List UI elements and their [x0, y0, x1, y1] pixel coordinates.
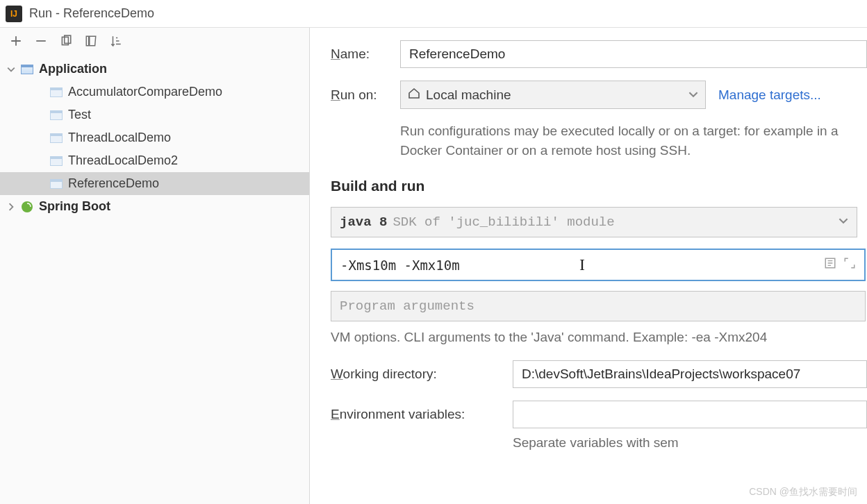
- sort-button[interactable]: [108, 33, 124, 49]
- manage-targets-link[interactable]: Manage targets...: [718, 87, 821, 103]
- run-on-row: Run on: Local machine Manage targets...: [331, 81, 867, 109]
- home-icon: [408, 87, 420, 103]
- env-input[interactable]: [513, 401, 867, 428]
- vm-options-field[interactable]: I: [331, 249, 866, 281]
- tree-item-label: Test: [68, 108, 91, 122]
- chevron-right-icon: [7, 203, 17, 211]
- sdk-name: java 8: [340, 215, 387, 230]
- tree-item[interactable]: ThreadLocalDemo: [0, 126, 309, 149]
- working-dir-input[interactable]: [513, 360, 867, 388]
- tree-category-spring-boot[interactable]: Spring Boot: [0, 195, 309, 218]
- run-on-label: Run on:: [331, 87, 400, 103]
- working-dir-row: Working directory:: [331, 360, 867, 388]
- vm-options-hint: VM options. CLI arguments to the 'Java' …: [331, 330, 867, 345]
- app-icon: IJ: [6, 6, 22, 22]
- text-cursor-icon: I: [579, 255, 585, 274]
- category-label: Application: [39, 62, 107, 76]
- tree-category-application[interactable]: Application: [0, 58, 309, 81]
- tree-item-label: ThreadLocalDemo: [68, 131, 171, 145]
- name-input[interactable]: [400, 40, 867, 68]
- run-config-icon: [50, 133, 63, 143]
- application-icon: [21, 65, 33, 74]
- title-bar: IJ Run - ReferenceDemo: [0, 0, 867, 28]
- spring-boot-icon: [21, 201, 33, 213]
- program-arguments-input[interactable]: Program arguments: [331, 291, 866, 321]
- window-title: Run - ReferenceDemo: [29, 6, 154, 21]
- chevron-down-icon: [7, 65, 17, 74]
- chevron-down-icon: [839, 215, 848, 230]
- category-label: Spring Boot: [39, 199, 110, 214]
- run-config-icon: [50, 87, 63, 97]
- tree-item-label: ReferenceDemo: [68, 176, 159, 191]
- tree-item[interactable]: AccumulatorCompareDemo: [0, 81, 309, 103]
- run-config-icon: [50, 110, 63, 120]
- vm-options-input[interactable]: [340, 258, 575, 273]
- save-button[interactable]: [83, 33, 99, 49]
- run-on-value: Local machine: [426, 87, 511, 103]
- tree-item[interactable]: ThreadLocalDemo2: [0, 149, 309, 172]
- content-panel: Name: Run on: Local machine Manage targe…: [310, 28, 867, 504]
- run-config-icon: [50, 156, 63, 166]
- tree-item-label: ThreadLocalDemo2: [68, 153, 178, 168]
- sdk-module-hint: SDK of 'juc_bilibili' module: [393, 215, 614, 230]
- build-run-title: Build and run: [331, 178, 867, 194]
- sidebar: Application AccumulatorCompareDemo Test …: [0, 28, 310, 504]
- run-config-icon: [50, 179, 63, 189]
- tree-item-label: AccumulatorCompareDemo: [68, 85, 222, 99]
- add-button[interactable]: [8, 33, 24, 49]
- env-label: Environment variables:: [331, 407, 513, 422]
- copy-button[interactable]: [58, 33, 74, 49]
- expand-icon[interactable]: [843, 257, 856, 273]
- main-area: Application AccumulatorCompareDemo Test …: [0, 28, 867, 504]
- tree-item[interactable]: Test: [0, 103, 309, 126]
- run-on-hint: Run configurations may be executed local…: [400, 121, 867, 160]
- name-row: Name:: [331, 40, 867, 68]
- chevron-down-icon: [688, 87, 698, 103]
- history-icon[interactable]: [824, 257, 836, 273]
- tree-item-selected[interactable]: ReferenceDemo: [0, 172, 309, 195]
- working-dir-label: Working directory:: [331, 367, 513, 382]
- sidebar-toolbar: [0, 28, 309, 55]
- config-tree: Application AccumulatorCompareDemo Test …: [0, 55, 309, 218]
- env-hint: Separate variables with sem: [513, 435, 867, 451]
- sdk-dropdown[interactable]: java 8 SDK of 'juc_bilibili' module: [331, 207, 857, 237]
- env-row: Environment variables:: [331, 401, 867, 428]
- remove-button[interactable]: [33, 33, 49, 49]
- run-on-dropdown[interactable]: Local machine: [400, 81, 706, 109]
- name-label: Name:: [331, 47, 400, 62]
